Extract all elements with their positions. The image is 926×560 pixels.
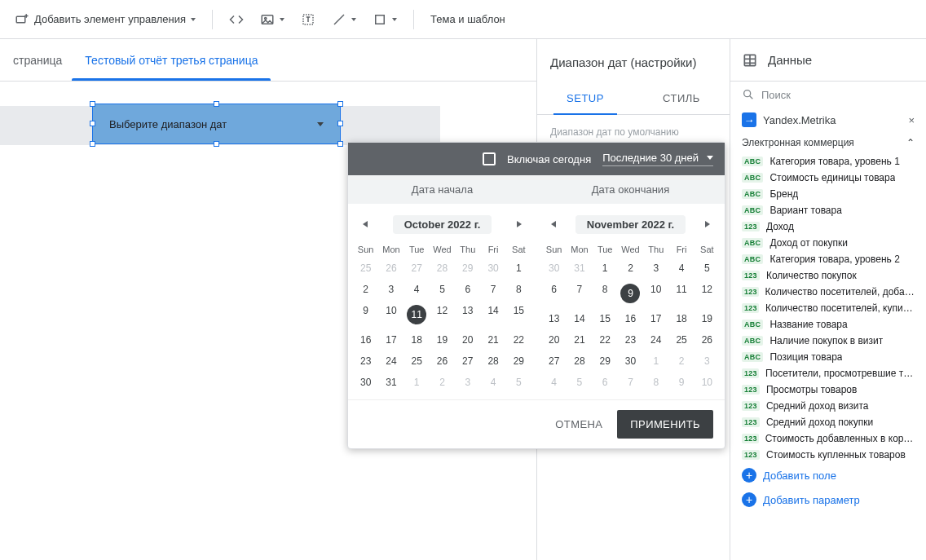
- add-param-button[interactable]: + Добавить параметр: [730, 487, 926, 512]
- calendar-day[interactable]: 16: [353, 329, 378, 351]
- calendar-day[interactable]: 10: [694, 372, 720, 393]
- next-month-button[interactable]: [697, 214, 718, 235]
- calendar-day[interactable]: 2: [353, 279, 378, 300]
- calendar-day[interactable]: 29: [506, 351, 531, 372]
- calendar-day[interactable]: 7: [480, 279, 505, 300]
- tab-active-page[interactable]: Тестовый отчёт третья страница: [85, 39, 258, 81]
- calendar-day[interactable]: 19: [694, 308, 720, 329]
- calendar-day[interactable]: 10: [378, 300, 403, 329]
- calendar-day[interactable]: 30: [480, 258, 505, 279]
- calendar-day[interactable]: 22: [593, 329, 618, 351]
- data-source-chip[interactable]: → Yandex.Metrika ×: [730, 108, 926, 132]
- calendar-day[interactable]: 3: [694, 351, 720, 372]
- calendar-day[interactable]: 1: [643, 351, 668, 372]
- prev-month-button[interactable]: [355, 214, 376, 235]
- calendar-day[interactable]: 14: [480, 300, 505, 329]
- calendar-day[interactable]: 6: [593, 372, 618, 393]
- calendar-day[interactable]: 24: [643, 329, 668, 351]
- field-row[interactable]: 123Доход: [730, 218, 926, 235]
- field-row[interactable]: ABCНаличие покупок в визит: [730, 333, 926, 349]
- calendar-day[interactable]: 7: [618, 372, 643, 393]
- calendar-day[interactable]: 3: [643, 258, 668, 279]
- calendar-day[interactable]: 14: [567, 308, 592, 329]
- calendar-day[interactable]: 29: [455, 258, 480, 279]
- calendar-day[interactable]: 8: [506, 279, 531, 300]
- add-field-button[interactable]: + Добавить поле: [730, 463, 926, 487]
- embed-button[interactable]: [224, 9, 249, 30]
- field-row[interactable]: 123Количество покупок: [730, 267, 926, 284]
- field-row[interactable]: 123Количество посетителей, добавив...: [730, 284, 926, 300]
- calendar-day[interactable]: 8: [643, 372, 668, 393]
- image-button[interactable]: [255, 9, 289, 30]
- field-row[interactable]: 123Стоимость купленных товаров: [730, 447, 926, 463]
- resize-handle[interactable]: [337, 101, 343, 107]
- calendar-day[interactable]: 9: [618, 279, 643, 308]
- calendar-day[interactable]: 1: [593, 258, 618, 279]
- calendar-day[interactable]: 25: [668, 329, 694, 351]
- calendar-day[interactable]: 19: [430, 329, 455, 351]
- calendar-day[interactable]: 21: [567, 329, 592, 351]
- calendar-day[interactable]: 30: [353, 372, 378, 393]
- data-search[interactable]: Поиск: [730, 82, 926, 108]
- resize-handle[interactable]: [337, 141, 343, 147]
- calendar-day[interactable]: 28: [480, 351, 505, 372]
- date-range-widget[interactable]: Выберите диапазон дат: [92, 104, 341, 144]
- shape-button[interactable]: [368, 9, 402, 30]
- calendar-day[interactable]: 11: [668, 279, 694, 308]
- prev-month-button[interactable]: [543, 214, 564, 235]
- calendar-day[interactable]: 20: [541, 329, 567, 351]
- calendar-day[interactable]: 26: [694, 329, 720, 351]
- field-row[interactable]: 123Просмотры товаров: [730, 381, 926, 398]
- resize-handle[interactable]: [90, 141, 95, 147]
- calendar-day[interactable]: 10: [643, 279, 668, 308]
- field-row[interactable]: ABCСтоимость единицы товара: [730, 170, 926, 186]
- field-row[interactable]: ABCБренд: [730, 186, 926, 202]
- calendar-day[interactable]: 1: [506, 258, 531, 279]
- calendar-day[interactable]: 30: [618, 351, 643, 372]
- calendar-day[interactable]: 26: [430, 351, 455, 372]
- calendar-day[interactable]: 28: [430, 258, 455, 279]
- next-month-button[interactable]: [509, 214, 530, 235]
- field-row[interactable]: 123Стоимость добавленных в корзин...: [730, 430, 926, 447]
- calendar-day[interactable]: 3: [378, 279, 403, 300]
- calendar-day[interactable]: 27: [404, 258, 430, 279]
- calendar-day[interactable]: 2: [618, 258, 643, 279]
- field-row[interactable]: ABCКатегория товара, уровень 2: [730, 251, 926, 267]
- field-row[interactable]: 123Посетители, просмотревшие товар: [730, 365, 926, 381]
- resize-handle[interactable]: [337, 121, 343, 126]
- calendar-day[interactable]: 17: [378, 329, 403, 351]
- calendar-day[interactable]: 22: [506, 329, 531, 351]
- field-row[interactable]: ABCВариант товара: [730, 202, 926, 218]
- calendar-day[interactable]: 5: [430, 279, 455, 300]
- calendar-day[interactable]: 12: [694, 279, 720, 308]
- cancel-button[interactable]: ОТМЕНА: [555, 418, 602, 430]
- calendar-day[interactable]: 2: [668, 351, 694, 372]
- calendar-day[interactable]: 5: [694, 258, 720, 279]
- calendar-day[interactable]: 25: [353, 258, 378, 279]
- calendar-day[interactable]: 15: [593, 308, 618, 329]
- field-row[interactable]: ABCНазвание товара: [730, 316, 926, 333]
- calendar-day[interactable]: 28: [567, 351, 592, 372]
- calendar-day[interactable]: 23: [353, 351, 378, 372]
- calendar-day[interactable]: 13: [541, 308, 567, 329]
- calendar-day[interactable]: 16: [618, 308, 643, 329]
- calendar-day[interactable]: 13: [455, 300, 480, 329]
- field-row[interactable]: 123Средний доход визита: [730, 398, 926, 414]
- calendar-day[interactable]: 31: [378, 372, 403, 393]
- calendar-day[interactable]: 2: [430, 372, 455, 393]
- calendar-day[interactable]: 6: [455, 279, 480, 300]
- calendar-day[interactable]: 25: [404, 351, 430, 372]
- calendar-day[interactable]: 5: [567, 372, 592, 393]
- calendar-day[interactable]: 3: [455, 372, 480, 393]
- field-row[interactable]: ABCПозиция товара: [730, 349, 926, 365]
- tab-style[interactable]: СТИЛЬ: [633, 82, 730, 114]
- calendar-day[interactable]: 4: [668, 258, 694, 279]
- calendar-day[interactable]: 31: [567, 258, 592, 279]
- resize-handle[interactable]: [90, 101, 95, 107]
- calendar-day[interactable]: 4: [404, 279, 430, 300]
- calendar-day[interactable]: 9: [668, 372, 694, 393]
- calendar-day[interactable]: 6: [541, 279, 567, 308]
- resize-handle[interactable]: [214, 141, 219, 147]
- calendar-day[interactable]: 23: [618, 329, 643, 351]
- field-row[interactable]: ABCКатегория товара, уровень 1: [730, 153, 926, 170]
